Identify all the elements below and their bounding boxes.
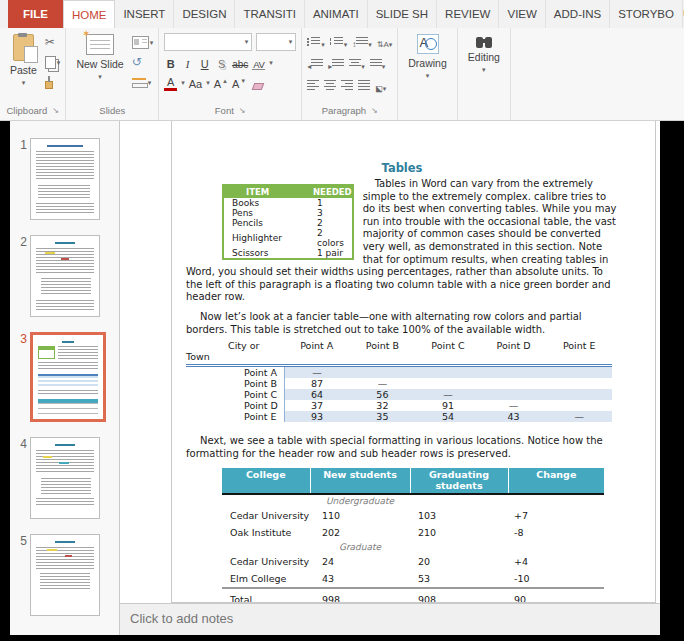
thumbnail-page[interactable] xyxy=(30,138,100,220)
justify-button[interactable] xyxy=(358,79,370,93)
paragraph-group-label: Paragraph xyxy=(322,105,366,116)
underline-button[interactable]: U xyxy=(198,56,211,70)
character-spacing-button[interactable]: AV xyxy=(252,55,265,70)
notes-pane[interactable]: Click to add notes xyxy=(120,603,660,635)
new-slide-label: New Slide xyxy=(76,58,123,70)
text-direction-button[interactable]: ⇅A▾ xyxy=(377,33,393,51)
format-painter-button[interactable] xyxy=(45,74,61,90)
slide-paragraph-3[interactable]: Next, we see a table with special format… xyxy=(186,435,618,460)
section-button[interactable]: ▾ xyxy=(132,74,154,90)
thumbnail-page[interactable] xyxy=(30,235,100,317)
line-spacing-button[interactable]: ↕▾ xyxy=(352,33,372,51)
editing-button[interactable]: Editing ▾ xyxy=(463,32,505,75)
paste-clipboard-icon xyxy=(13,34,34,61)
tab-design[interactable]: DESIGN xyxy=(174,0,235,28)
clear-formatting-button[interactable] xyxy=(250,76,263,90)
chevron-down-icon: ▾ xyxy=(383,85,387,92)
slide-thumbnail-4[interactable]: 4 xyxy=(10,437,119,519)
strikethrough-button[interactable]: abc xyxy=(232,56,248,70)
lines-icon xyxy=(311,58,323,69)
tab-slideshow[interactable]: SLIDE SH xyxy=(368,0,437,28)
new-slide-icon xyxy=(86,34,114,55)
paste-label: Paste xyxy=(10,64,37,76)
chevron-down-icon: ▾ xyxy=(150,39,154,46)
supply-header-needed[interactable]: NEEDED xyxy=(309,185,353,198)
decrease-font-size-button[interactable]: A▼ xyxy=(232,76,246,90)
thumbnail-page[interactable] xyxy=(30,437,100,519)
clipboard-dialog-launcher-icon[interactable]: ↘ xyxy=(52,107,59,115)
supply-table[interactable]: ITEM NEEDED Books1 Pens3 Pencils2 Highli… xyxy=(222,184,354,260)
bullets-button[interactable]: ▾ xyxy=(307,33,325,51)
cut-button[interactable]: ✂ xyxy=(45,34,61,50)
font-color-button[interactable]: A xyxy=(164,74,177,91)
ribbon-tab-bar: FILE HOME INSERT DESIGN TRANSITI ANIMATI… xyxy=(0,0,684,28)
table-row: ITEM NEEDED xyxy=(223,185,353,198)
columns-button[interactable]: ▾ xyxy=(349,55,365,73)
font-name-select[interactable]: ▾ xyxy=(164,33,252,51)
tab-file[interactable]: FILE xyxy=(8,0,63,28)
decrease-indent-button[interactable]: ◂ xyxy=(307,55,323,73)
slide-number: 3 xyxy=(10,332,27,346)
reset-slide-button[interactable]: ↺ xyxy=(132,54,154,70)
numbering-icon xyxy=(330,36,344,47)
slide-thumbnail-5[interactable]: 5 xyxy=(10,534,119,616)
numbering-button[interactable]: ▾ xyxy=(330,33,348,51)
table-row: Cedar University110103+7 xyxy=(222,507,604,524)
slide-page[interactable]: Tables ITEM NEEDED Books1 Pens3 Pencils2… xyxy=(171,121,656,603)
drawing-label: Drawing xyxy=(408,57,447,69)
slide-title[interactable]: Tables xyxy=(186,161,618,175)
thumbnail-page[interactable] xyxy=(30,332,106,422)
tab-home[interactable]: HOME xyxy=(63,0,116,28)
align-right-button[interactable] xyxy=(341,79,353,93)
slide-thumbnail-2[interactable]: 2 xyxy=(10,235,119,317)
section-row: Graduate xyxy=(222,541,604,553)
college-table[interactable]: College New students Graduating students… xyxy=(222,468,604,603)
increase-font-size-button[interactable]: A▲ xyxy=(214,76,228,90)
tab-transitions[interactable]: TRANSITI xyxy=(235,0,304,28)
tab-animations[interactable]: ANIMATI xyxy=(305,0,368,28)
slide-thumbnail-1[interactable]: 1 xyxy=(10,138,119,220)
slide-thumbnail-3[interactable]: 3 xyxy=(10,332,119,422)
points-table[interactable]: City or Town Point A Point B Point C Poi… xyxy=(186,340,612,422)
tab-view[interactable]: VIEW xyxy=(499,0,545,28)
font-dialog-launcher-icon[interactable]: ↘ xyxy=(239,107,246,115)
italic-button[interactable]: I xyxy=(181,56,194,70)
tab-storyboarding[interactable]: STORYBO xyxy=(610,0,683,28)
section-label[interactable]: Undergraduate xyxy=(310,494,410,507)
tab-addins[interactable]: ADD-INS xyxy=(546,0,610,28)
bold-button[interactable]: B xyxy=(164,56,177,70)
total-row: Total99890890 xyxy=(222,588,604,603)
paragraph-dialog-launcher-icon[interactable]: ↘ xyxy=(371,107,378,115)
caret-up-icon: ▲ xyxy=(222,78,228,84)
align-left-button[interactable] xyxy=(307,79,319,93)
bullets-icon xyxy=(307,36,321,47)
increase-indent-button[interactable]: ▸ xyxy=(328,55,344,73)
reset-icon: ↺ xyxy=(132,56,142,68)
slide-paragraph-2[interactable]: Now let’s look at a fancier table—one wi… xyxy=(186,311,618,336)
font-size-select[interactable]: ▾ xyxy=(256,33,296,51)
drawing-button[interactable]: Drawing ▾ xyxy=(403,32,452,81)
section-label[interactable]: Graduate xyxy=(310,541,410,553)
supply-header-item[interactable]: ITEM xyxy=(223,185,309,198)
slide-thumbnail-panel: 1 2 3 xyxy=(10,121,120,635)
text-shadow-button[interactable]: S xyxy=(215,56,228,70)
mini-green-table xyxy=(38,346,55,359)
convert-smartart-button[interactable]: ⬕▾ xyxy=(375,77,386,95)
copy-button[interactable]: ▾ xyxy=(45,54,61,70)
eraser-icon xyxy=(251,83,264,90)
tab-insert[interactable]: INSERT xyxy=(115,0,174,28)
paste-button[interactable]: Paste ▾ xyxy=(5,32,42,88)
thumbnail-page[interactable] xyxy=(30,534,100,616)
tab-review[interactable]: REVIEW xyxy=(437,0,499,28)
clipboard-group: Paste ▾ ✂ ▾ Clipboard↘ xyxy=(0,28,66,120)
align-text-icon xyxy=(370,58,382,69)
align-center-button[interactable] xyxy=(324,79,336,93)
change-case-button[interactable]: Aa xyxy=(189,76,202,90)
slide-number: 4 xyxy=(10,437,27,451)
format-painter-icon xyxy=(45,81,53,89)
slides-group: New Slide ▾ ▾ ↺ ▾ Slides xyxy=(66,28,159,120)
new-slide-button[interactable]: New Slide ▾ xyxy=(71,32,128,82)
slide-layout-button[interactable]: ▾ xyxy=(132,34,154,50)
columns-icon xyxy=(349,58,361,69)
align-text-button[interactable]: ▾ xyxy=(370,55,386,73)
